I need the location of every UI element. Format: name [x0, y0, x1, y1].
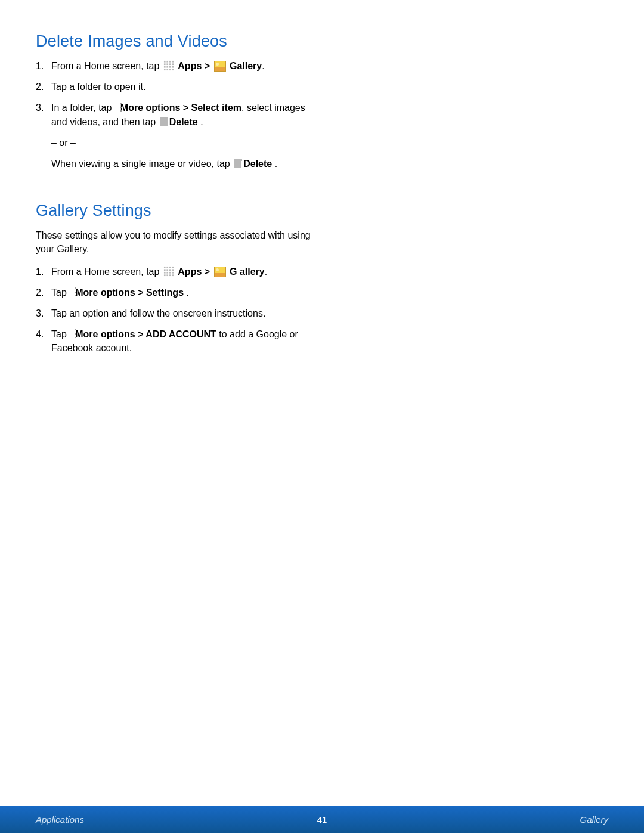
- more-options-select-label: More options > Select item: [120, 103, 242, 113]
- more-options-settings-label: More options > Settings: [75, 287, 186, 298]
- step-suffix: .: [275, 159, 277, 169]
- gallery-label: G allery: [230, 267, 265, 277]
- step-item: In a folder, tap More options > Select i…: [36, 101, 316, 171]
- more-options-icon: [116, 102, 119, 113]
- step-text: In a folder, tap: [51, 103, 114, 113]
- footer-right: Gallery: [580, 815, 608, 825]
- apps-grid-icon: [163, 266, 174, 277]
- step-text: Tap: [51, 287, 69, 298]
- apps-grid-icon: [163, 60, 174, 71]
- step-suffix: .: [262, 61, 264, 71]
- gallery-icon: [214, 267, 226, 277]
- step-suffix: .: [265, 267, 267, 277]
- gallery-label: Gallery: [230, 61, 262, 71]
- page-footer: Applications 41 Gallery: [0, 806, 644, 833]
- more-options-icon: [70, 287, 74, 298]
- step-item: Tap a folder to open it.: [36, 80, 316, 94]
- content-column: Delete Images and Videos From a Home scr…: [36, 32, 316, 355]
- page-container: Delete Images and Videos From a Home scr…: [0, 0, 644, 833]
- trash-icon: [160, 117, 168, 127]
- steps-gallery-settings: From a Home screen, tap Apps > G allery.…: [36, 265, 316, 355]
- apps-label: Apps >: [178, 267, 212, 277]
- step-item: Tap an option and follow the onscreen in…: [36, 306, 316, 320]
- step-text: Tap an option and follow the onscreen in…: [51, 308, 265, 318]
- step-item: From a Home screen, tap Apps > G allery.: [36, 265, 316, 278]
- delete-label: Delete: [243, 159, 274, 169]
- gallery-icon: [214, 61, 226, 72]
- heading-delete-images: Delete Images and Videos: [36, 32, 316, 51]
- step-alt-text: When viewing a single image or video, ta…: [51, 157, 316, 171]
- step-item: Tap More options > Settings .: [36, 286, 316, 299]
- heading-gallery-settings: Gallery Settings: [36, 202, 316, 220]
- step-text: From a Home screen, tap: [51, 61, 162, 71]
- more-options-add-account-label: More options > ADD ACCOUNT: [75, 329, 216, 339]
- step-item: From a Home screen, tap Apps > Gallery.: [36, 59, 316, 73]
- step-suffix: .: [200, 117, 203, 127]
- step-text: Tap: [51, 329, 69, 339]
- footer-left: Applications: [36, 815, 84, 825]
- step-text: From a Home screen, tap: [51, 267, 162, 277]
- delete-label: Delete: [169, 117, 200, 127]
- step-suffix: .: [186, 287, 188, 298]
- step-item: Tap More options > ADD ACCOUNT to add a …: [36, 327, 316, 355]
- more-options-icon: [70, 329, 74, 339]
- section-gap: [36, 178, 316, 202]
- or-divider: – or –: [51, 136, 316, 150]
- trash-icon: [234, 159, 242, 169]
- step-text: Tap a folder to open it.: [51, 82, 145, 92]
- footer-page-number: 41: [317, 815, 327, 825]
- step-text: When viewing a single image or video, ta…: [51, 159, 233, 169]
- apps-label: Apps >: [178, 61, 212, 71]
- intro-text: These settings allow you to modify setti…: [36, 228, 316, 256]
- steps-delete-images: From a Home screen, tap Apps > Gallery. …: [36, 59, 316, 171]
